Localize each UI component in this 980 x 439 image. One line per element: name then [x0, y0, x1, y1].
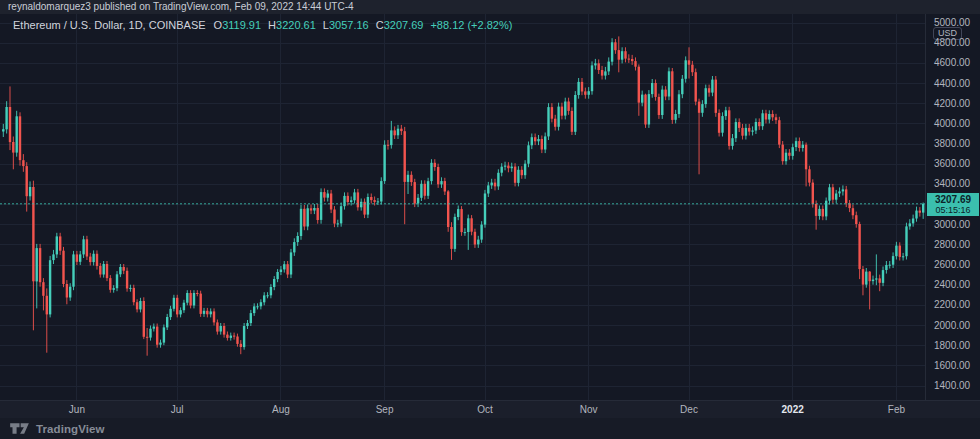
candle-body — [691, 65, 693, 73]
candle-body — [621, 51, 623, 60]
candle-body — [598, 63, 600, 70]
candlestick-chart[interactable] — [0, 14, 925, 400]
candle-body — [333, 210, 335, 224]
candle-body — [705, 88, 707, 104]
candle-body — [661, 90, 663, 115]
candle-body — [106, 264, 108, 278]
candle-body — [310, 208, 312, 210]
candle-body — [2, 129, 4, 131]
candle-body — [564, 102, 566, 116]
candle-body — [835, 194, 837, 200]
candle-body — [220, 326, 222, 332]
candle-body — [183, 303, 185, 311]
candle-body — [410, 175, 412, 182]
candle-body — [260, 302, 262, 306]
candle-body — [527, 145, 529, 163]
candle-body — [16, 116, 18, 152]
candle-body — [728, 110, 730, 146]
candle-body — [290, 252, 292, 274]
candle-body — [494, 183, 496, 187]
candle-body — [163, 327, 165, 342]
price-tick-label: 5000.00 — [934, 17, 970, 29]
time-tick-label: Feb — [888, 404, 905, 416]
candle-body — [775, 117, 777, 120]
candle-body — [49, 260, 51, 314]
brand-name[interactable]: TradingView — [36, 423, 105, 435]
candle-body — [9, 107, 11, 142]
candle-body — [741, 128, 743, 136]
candle-body — [5, 107, 7, 129]
candle-body — [42, 282, 44, 296]
candle-body — [133, 288, 135, 302]
candle-body — [146, 337, 148, 338]
candle-body — [404, 131, 406, 182]
candle-body — [230, 336, 232, 338]
candle-body — [149, 329, 151, 338]
candle-body — [330, 194, 332, 210]
price-tick-label: 4200.00 — [934, 98, 970, 110]
candle-body — [541, 139, 543, 150]
candle-body — [300, 209, 302, 236]
candle-body — [153, 327, 155, 329]
candle-body — [879, 278, 881, 282]
candle-body — [210, 311, 212, 314]
candle-body — [808, 169, 810, 182]
candle-body — [263, 295, 265, 302]
price-tick-label: 3800.00 — [934, 138, 970, 150]
chart-pane[interactable]: Ethereum / U.S. Dollar, 1D, COINBASEO311… — [0, 14, 925, 400]
candle-body — [838, 191, 840, 193]
candle-body — [39, 248, 41, 282]
candle-body — [802, 145, 804, 148]
candle-body — [671, 71, 673, 120]
candle-body — [812, 183, 814, 205]
candle-body — [761, 113, 763, 126]
candle-body — [126, 271, 128, 289]
candle-body — [273, 279, 275, 287]
time-axis[interactable]: JunJulAugSepOctNovDec2022Feb — [0, 400, 980, 418]
tradingview-logo-icon[interactable] — [9, 422, 30, 435]
candle-body — [885, 265, 887, 270]
candle-body — [266, 295, 268, 296]
candle-body — [307, 208, 309, 226]
candle-body — [76, 254, 78, 261]
candle-body — [674, 114, 676, 120]
candle-body — [718, 113, 720, 133]
price-tick-label: 3600.00 — [934, 158, 970, 170]
candle-body — [521, 170, 523, 175]
candle-body — [608, 62, 610, 72]
candle-body — [755, 122, 757, 131]
candle-body — [594, 63, 596, 65]
candle-body — [256, 306, 258, 307]
candle-body — [109, 278, 111, 290]
candle-body — [919, 211, 921, 213]
candle-body — [865, 272, 867, 285]
candle-body — [343, 196, 345, 206]
candle-body — [531, 137, 533, 145]
candle-body — [19, 116, 21, 160]
candle-body — [373, 200, 375, 202]
candle-body — [56, 236, 58, 254]
footer-bar: TradingView — [0, 418, 980, 439]
price-tick-label: 4000.00 — [934, 118, 970, 130]
candle-body — [708, 88, 710, 92]
candle-body — [293, 242, 295, 252]
candle-body — [604, 71, 606, 75]
candle-body — [768, 114, 770, 120]
candle-body — [186, 293, 188, 303]
candle-body — [561, 107, 563, 116]
candle-body — [82, 239, 84, 254]
candle-body — [721, 116, 723, 133]
candle-body — [246, 323, 248, 326]
candle-body — [129, 288, 131, 289]
candle-body — [136, 302, 138, 309]
candle-body — [882, 270, 884, 283]
price-axis[interactable]: USD 3207.69 05:15:16 5000.004800.004600.… — [925, 14, 980, 400]
candle-body — [745, 128, 747, 136]
bar-countdown: 05:15:16 — [927, 205, 979, 215]
candle-body — [514, 167, 516, 183]
candle-body — [477, 240, 479, 245]
candle-body — [584, 91, 586, 94]
candle-body — [337, 223, 339, 224]
candle-body — [72, 254, 74, 286]
candle-body — [139, 301, 141, 309]
